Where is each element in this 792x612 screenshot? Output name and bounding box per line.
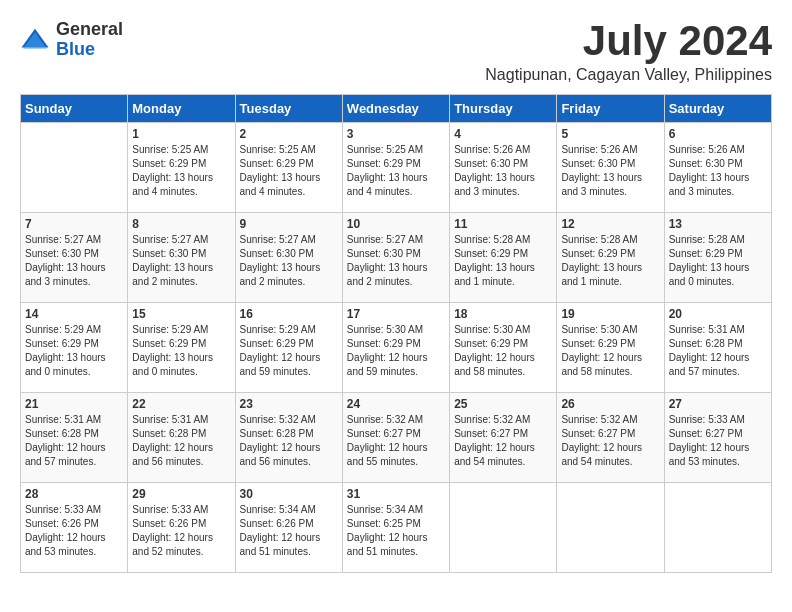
day-info: Sunrise: 5:32 AM Sunset: 6:28 PM Dayligh… (240, 413, 338, 469)
day-info: Sunrise: 5:28 AM Sunset: 6:29 PM Dayligh… (561, 233, 659, 289)
calendar-cell: 29Sunrise: 5:33 AM Sunset: 6:26 PM Dayli… (128, 483, 235, 573)
calendar-cell: 12Sunrise: 5:28 AM Sunset: 6:29 PM Dayli… (557, 213, 664, 303)
day-info: Sunrise: 5:25 AM Sunset: 6:29 PM Dayligh… (240, 143, 338, 199)
header-sunday: Sunday (21, 95, 128, 123)
header-wednesday: Wednesday (342, 95, 449, 123)
logo: General Blue (20, 20, 123, 60)
calendar-cell: 24Sunrise: 5:32 AM Sunset: 6:27 PM Dayli… (342, 393, 449, 483)
calendar-week-3: 14Sunrise: 5:29 AM Sunset: 6:29 PM Dayli… (21, 303, 772, 393)
day-info: Sunrise: 5:29 AM Sunset: 6:29 PM Dayligh… (25, 323, 123, 379)
day-number: 26 (561, 397, 659, 411)
calendar-cell: 5Sunrise: 5:26 AM Sunset: 6:30 PM Daylig… (557, 123, 664, 213)
calendar-cell: 4Sunrise: 5:26 AM Sunset: 6:30 PM Daylig… (450, 123, 557, 213)
day-info: Sunrise: 5:26 AM Sunset: 6:30 PM Dayligh… (454, 143, 552, 199)
logo-icon (20, 25, 50, 55)
calendar-cell: 1Sunrise: 5:25 AM Sunset: 6:29 PM Daylig… (128, 123, 235, 213)
calendar-cell: 2Sunrise: 5:25 AM Sunset: 6:29 PM Daylig… (235, 123, 342, 213)
day-number: 18 (454, 307, 552, 321)
calendar-cell (557, 483, 664, 573)
day-info: Sunrise: 5:30 AM Sunset: 6:29 PM Dayligh… (561, 323, 659, 379)
calendar-cell: 31Sunrise: 5:34 AM Sunset: 6:25 PM Dayli… (342, 483, 449, 573)
day-number: 12 (561, 217, 659, 231)
calendar-week-1: 1Sunrise: 5:25 AM Sunset: 6:29 PM Daylig… (21, 123, 772, 213)
title-area: July 2024 Nagtipunan, Cagayan Valley, Ph… (485, 20, 772, 84)
day-info: Sunrise: 5:28 AM Sunset: 6:29 PM Dayligh… (669, 233, 767, 289)
day-number: 14 (25, 307, 123, 321)
day-info: Sunrise: 5:33 AM Sunset: 6:27 PM Dayligh… (669, 413, 767, 469)
day-info: Sunrise: 5:26 AM Sunset: 6:30 PM Dayligh… (669, 143, 767, 199)
calendar-cell (664, 483, 771, 573)
day-info: Sunrise: 5:25 AM Sunset: 6:29 PM Dayligh… (132, 143, 230, 199)
day-number: 28 (25, 487, 123, 501)
header-tuesday: Tuesday (235, 95, 342, 123)
calendar-cell: 6Sunrise: 5:26 AM Sunset: 6:30 PM Daylig… (664, 123, 771, 213)
header-saturday: Saturday (664, 95, 771, 123)
day-number: 5 (561, 127, 659, 141)
day-info: Sunrise: 5:27 AM Sunset: 6:30 PM Dayligh… (132, 233, 230, 289)
day-info: Sunrise: 5:28 AM Sunset: 6:29 PM Dayligh… (454, 233, 552, 289)
calendar-cell: 20Sunrise: 5:31 AM Sunset: 6:28 PM Dayli… (664, 303, 771, 393)
day-info: Sunrise: 5:29 AM Sunset: 6:29 PM Dayligh… (240, 323, 338, 379)
calendar-week-2: 7Sunrise: 5:27 AM Sunset: 6:30 PM Daylig… (21, 213, 772, 303)
calendar-week-5: 28Sunrise: 5:33 AM Sunset: 6:26 PM Dayli… (21, 483, 772, 573)
calendar-cell: 19Sunrise: 5:30 AM Sunset: 6:29 PM Dayli… (557, 303, 664, 393)
day-info: Sunrise: 5:33 AM Sunset: 6:26 PM Dayligh… (132, 503, 230, 559)
day-number: 10 (347, 217, 445, 231)
day-info: Sunrise: 5:34 AM Sunset: 6:26 PM Dayligh… (240, 503, 338, 559)
header-thursday: Thursday (450, 95, 557, 123)
day-info: Sunrise: 5:34 AM Sunset: 6:25 PM Dayligh… (347, 503, 445, 559)
calendar-cell: 26Sunrise: 5:32 AM Sunset: 6:27 PM Dayli… (557, 393, 664, 483)
day-info: Sunrise: 5:31 AM Sunset: 6:28 PM Dayligh… (669, 323, 767, 379)
calendar-week-4: 21Sunrise: 5:31 AM Sunset: 6:28 PM Dayli… (21, 393, 772, 483)
day-info: Sunrise: 5:33 AM Sunset: 6:26 PM Dayligh… (25, 503, 123, 559)
logo-blue-text: Blue (56, 40, 123, 60)
day-number: 19 (561, 307, 659, 321)
calendar-cell: 3Sunrise: 5:25 AM Sunset: 6:29 PM Daylig… (342, 123, 449, 213)
day-number: 31 (347, 487, 445, 501)
calendar-cell: 13Sunrise: 5:28 AM Sunset: 6:29 PM Dayli… (664, 213, 771, 303)
calendar-cell: 25Sunrise: 5:32 AM Sunset: 6:27 PM Dayli… (450, 393, 557, 483)
header-monday: Monday (128, 95, 235, 123)
day-number: 29 (132, 487, 230, 501)
day-info: Sunrise: 5:27 AM Sunset: 6:30 PM Dayligh… (240, 233, 338, 289)
calendar-cell: 28Sunrise: 5:33 AM Sunset: 6:26 PM Dayli… (21, 483, 128, 573)
day-number: 3 (347, 127, 445, 141)
logo-text: General Blue (56, 20, 123, 60)
day-info: Sunrise: 5:29 AM Sunset: 6:29 PM Dayligh… (132, 323, 230, 379)
calendar-cell (450, 483, 557, 573)
day-info: Sunrise: 5:25 AM Sunset: 6:29 PM Dayligh… (347, 143, 445, 199)
calendar-cell: 30Sunrise: 5:34 AM Sunset: 6:26 PM Dayli… (235, 483, 342, 573)
day-number: 24 (347, 397, 445, 411)
day-number: 30 (240, 487, 338, 501)
calendar-cell: 9Sunrise: 5:27 AM Sunset: 6:30 PM Daylig… (235, 213, 342, 303)
calendar-cell: 7Sunrise: 5:27 AM Sunset: 6:30 PM Daylig… (21, 213, 128, 303)
day-number: 25 (454, 397, 552, 411)
logo-general-text: General (56, 20, 123, 40)
day-number: 23 (240, 397, 338, 411)
month-title: July 2024 (485, 20, 772, 62)
calendar-table: SundayMondayTuesdayWednesdayThursdayFrid… (20, 94, 772, 573)
calendar-cell (21, 123, 128, 213)
calendar-header-row: SundayMondayTuesdayWednesdayThursdayFrid… (21, 95, 772, 123)
calendar-cell: 27Sunrise: 5:33 AM Sunset: 6:27 PM Dayli… (664, 393, 771, 483)
day-number: 20 (669, 307, 767, 321)
day-number: 13 (669, 217, 767, 231)
day-number: 2 (240, 127, 338, 141)
day-info: Sunrise: 5:30 AM Sunset: 6:29 PM Dayligh… (454, 323, 552, 379)
day-number: 16 (240, 307, 338, 321)
page-header: General Blue July 2024 Nagtipunan, Cagay… (20, 20, 772, 84)
calendar-cell: 18Sunrise: 5:30 AM Sunset: 6:29 PM Dayli… (450, 303, 557, 393)
day-number: 15 (132, 307, 230, 321)
day-number: 27 (669, 397, 767, 411)
day-number: 7 (25, 217, 123, 231)
day-number: 4 (454, 127, 552, 141)
day-info: Sunrise: 5:31 AM Sunset: 6:28 PM Dayligh… (132, 413, 230, 469)
day-info: Sunrise: 5:27 AM Sunset: 6:30 PM Dayligh… (347, 233, 445, 289)
day-number: 17 (347, 307, 445, 321)
day-number: 6 (669, 127, 767, 141)
day-number: 9 (240, 217, 338, 231)
calendar-cell: 22Sunrise: 5:31 AM Sunset: 6:28 PM Dayli… (128, 393, 235, 483)
calendar-cell: 23Sunrise: 5:32 AM Sunset: 6:28 PM Dayli… (235, 393, 342, 483)
day-number: 8 (132, 217, 230, 231)
calendar-cell: 16Sunrise: 5:29 AM Sunset: 6:29 PM Dayli… (235, 303, 342, 393)
